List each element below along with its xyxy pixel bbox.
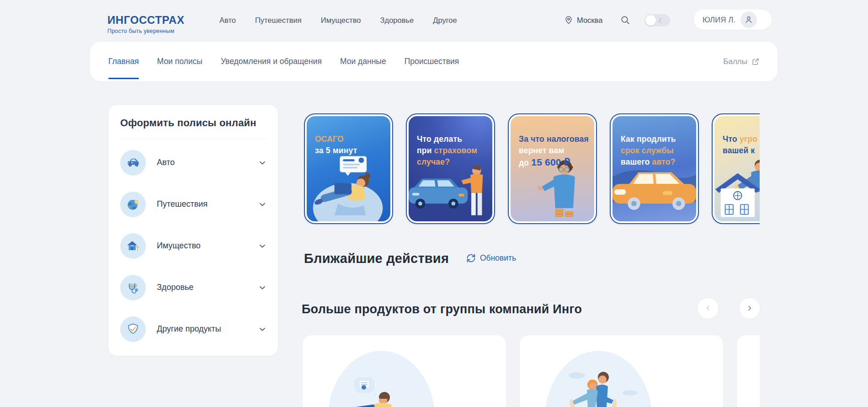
actions-section-title: Ближайшие действия xyxy=(304,251,449,266)
refresh-icon xyxy=(466,253,476,263)
product-illustration xyxy=(545,351,652,407)
nav-item-travel[interactable]: Путешествия xyxy=(255,16,302,25)
sidebar-item-label: Здоровье xyxy=(157,283,193,292)
toggle-knob xyxy=(645,15,656,26)
story-title-line: за 5 минут xyxy=(315,145,390,156)
sidebar-item-health[interactable]: Здоровье xyxy=(120,267,267,308)
products-carousel xyxy=(302,335,760,407)
stories-carousel: ОСАГОза 5 минут Что делатьпр xyxy=(304,113,760,225)
points-label: Баллы xyxy=(723,57,747,66)
chevron-left-icon xyxy=(704,304,712,312)
story-title-segment: страховом xyxy=(434,146,477,155)
car-icon xyxy=(120,150,146,176)
story-title-segment: до xyxy=(519,158,531,167)
external-link-icon xyxy=(751,58,760,66)
story-title-line: срок службы xyxy=(621,145,696,156)
story-title-segment: вернет вам xyxy=(519,146,564,155)
story-title-line: вернет вам xyxy=(519,145,594,156)
story-card-tax-refund[interactable]: За что налоговаявернет вамдо 15 600 ₽ xyxy=(508,113,597,224)
sidebar-item-property[interactable]: Имущество xyxy=(120,225,267,267)
chevron-down-icon xyxy=(258,200,267,209)
story-title-line: ОСАГО xyxy=(315,134,390,145)
story-title-segment: случае? xyxy=(417,157,450,166)
story-title-segment: срок службы xyxy=(621,146,674,155)
theme-toggle[interactable]: ☾ xyxy=(644,14,670,27)
story-title-segment: ОСАГО xyxy=(315,134,344,144)
story-card-car-service-life[interactable]: Как продлитьсрок службывашего авто? xyxy=(610,113,699,224)
story-title-line: до 15 600 ₽ xyxy=(519,156,594,169)
story-title-segment: Как продлить xyxy=(621,134,676,144)
nav-item-auto[interactable]: Авто xyxy=(219,16,236,25)
moon-icon: ☾ xyxy=(658,17,664,24)
house-icon xyxy=(120,233,146,259)
chevron-down-icon xyxy=(258,158,267,167)
story-card-osago[interactable]: ОСАГОза 5 минут xyxy=(304,113,393,224)
story-title-segment: за 5 минут xyxy=(315,146,357,155)
divider xyxy=(120,139,267,139)
tab-incidents[interactable]: Происшествия xyxy=(405,42,459,81)
sidebar-item-label: Имущество xyxy=(157,241,201,251)
story-title-segment: авто? xyxy=(652,157,676,166)
carousel-prev-button[interactable] xyxy=(697,297,719,319)
story-title-line: случае? xyxy=(417,156,492,168)
story-illustration xyxy=(714,153,760,221)
story-title: Что делатьпри страховомслучае? xyxy=(417,134,492,168)
tab-home[interactable]: Главная xyxy=(108,42,139,81)
chevron-down-icon xyxy=(258,325,267,334)
globe-icon xyxy=(120,192,146,217)
city-label: Москва xyxy=(577,16,602,25)
story-title-line: Как продлить xyxy=(621,134,696,145)
story-title-segment: За что налоговая xyxy=(519,134,589,144)
tab-my-data[interactable]: Мои данные xyxy=(340,42,386,81)
buy-policies-panel: Оформить полисы онлайн Авто xyxy=(108,104,278,356)
story-title: Как продлитьсрок службывашего авто? xyxy=(621,134,696,168)
health-icon xyxy=(120,275,146,300)
story-title-line: вашего авто? xyxy=(621,156,696,168)
sidebar-item-travel[interactable]: Путешествия xyxy=(120,183,267,225)
account-tab-bar: Главная Мои полисы Уведомления и обращен… xyxy=(90,42,777,81)
story-title-segment: Что xyxy=(723,134,740,144)
tab-notifications[interactable]: Уведомления и обращения xyxy=(221,42,322,81)
story-card-apartment-risks[interactable]: Что угровашей к xyxy=(712,113,760,224)
story-title-segment: вашей к xyxy=(723,146,755,155)
logo-tagline: Просто быть уверенным xyxy=(107,28,185,34)
user-menu[interactable]: ЮЛИЯ Л. xyxy=(694,10,772,30)
nav-item-property[interactable]: Имущество xyxy=(321,16,361,25)
logo[interactable]: ИНГОССТРАХ Просто быть уверенным xyxy=(107,14,185,34)
story-title: ОСАГОза 5 минут xyxy=(315,134,390,156)
shield-icon xyxy=(120,316,146,342)
sidebar-item-label: Другие продукты xyxy=(157,324,221,334)
chevron-down-icon xyxy=(258,241,267,251)
story-title-segment: Что делать xyxy=(417,134,462,144)
sidebar-item-label: Авто xyxy=(157,158,175,167)
search-icon xyxy=(620,15,631,26)
chevron-down-icon xyxy=(258,283,267,292)
tab-my-policies[interactable]: Мои полисы xyxy=(157,42,202,81)
story-title-line: вашей к xyxy=(723,145,760,156)
refresh-button[interactable]: Обновить xyxy=(466,253,516,263)
chevron-right-icon xyxy=(746,304,754,312)
nav-item-other[interactable]: Другое xyxy=(433,16,457,25)
story-title-line: За что налоговая xyxy=(519,134,594,145)
product-card-2[interactable] xyxy=(519,335,724,407)
product-card-1[interactable] xyxy=(302,335,506,407)
logo-title: ИНГОССТРАХ xyxy=(107,14,185,27)
story-title-line: Что делать xyxy=(417,134,492,145)
story-title-segment: при xyxy=(417,146,434,155)
city-selector[interactable]: Москва xyxy=(564,0,602,40)
product-card-3[interactable] xyxy=(736,335,760,407)
nav-item-health[interactable]: Здоровье xyxy=(380,16,414,25)
story-title-segment: 15 600 ₽ xyxy=(531,157,570,167)
sidebar-item-auto[interactable]: Авто xyxy=(120,142,267,183)
story-title: Что угровашей к xyxy=(723,134,760,156)
story-title-segment: вашего xyxy=(621,157,652,166)
carousel-next-button[interactable] xyxy=(739,297,761,319)
points-link[interactable]: Баллы xyxy=(723,42,760,81)
search-button[interactable] xyxy=(620,0,631,40)
story-title-line: при страховом xyxy=(417,145,492,156)
story-illustration xyxy=(307,153,390,221)
sidebar-item-other-products[interactable]: Другие продукты xyxy=(120,308,267,350)
products-section-title: Больше продуктов от группы компаний Инго xyxy=(302,302,582,316)
story-card-insured-event[interactable]: Что делатьпри страховомслучае? xyxy=(406,113,495,224)
story-title-segment: угро xyxy=(740,134,757,144)
